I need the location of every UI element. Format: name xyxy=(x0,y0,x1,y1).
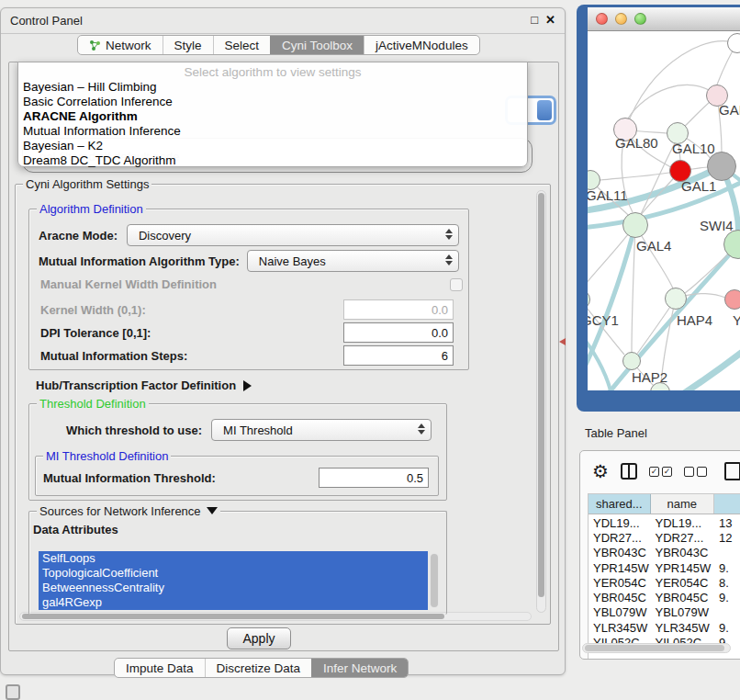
table-row[interactable]: YDR27... YDR27... 12 xyxy=(589,530,740,545)
cyni-algorithm-settings-group: Cyni Algorithm Settings Algorithm Defini… xyxy=(15,184,551,625)
threshold-definition-title: Threshold Definition xyxy=(37,397,149,411)
tab-jactivemnodules[interactable]: jActiveMNodules xyxy=(364,36,479,54)
data-attributes-label: Data Attributes xyxy=(33,523,118,536)
which-threshold-label: Which threshold to use: xyxy=(66,423,202,437)
network-node-label: GAL xyxy=(719,102,740,118)
minimize-traffic-light[interactable] xyxy=(615,13,627,25)
network-node-y[interactable] xyxy=(724,289,740,310)
close-traffic-light[interactable] xyxy=(596,13,608,25)
zoom-traffic-light[interactable] xyxy=(634,13,646,25)
algorithm-definition-group: Algorithm Definition Aracne Mode: Discov… xyxy=(28,209,469,370)
dropdown-item[interactable]: Dream8 DC_TDC Algorithm xyxy=(18,153,527,168)
gear-icon[interactable]: ⚙ xyxy=(592,462,609,480)
dropdown-placeholder: Select algorithm to view settings xyxy=(18,62,527,80)
network-window-titlebar[interactable] xyxy=(588,7,740,31)
tab-select[interactable]: Select xyxy=(213,36,271,54)
kernel-width-label: Kernel Width (0,1): xyxy=(40,303,146,317)
manual-kernel-checkbox[interactable] xyxy=(450,278,463,291)
table-row[interactable]: YDL19... YDL19... 13 xyxy=(589,515,740,530)
tab-label: Style xyxy=(174,39,202,52)
kernel-width-field[interactable]: 0.0 xyxy=(343,299,454,320)
combo-stepper-button[interactable] xyxy=(537,100,552,120)
tab-style[interactable]: Style xyxy=(163,36,213,54)
threshold-definition-group: Threshold Definition Which threshold to … xyxy=(28,403,447,501)
tab-impute-data[interactable]: Impute Data xyxy=(115,659,205,677)
mi-steps-label: Mutual Information Steps: xyxy=(40,349,187,363)
attribute-list-item[interactable]: BetweennessCentrality xyxy=(39,581,428,595)
aracne-mode-combobox[interactable]: Discovery xyxy=(127,224,459,246)
dropdown-item[interactable]: Bayesian – Hill Climbing xyxy=(18,80,527,95)
tab-discretize-data[interactable]: Discretize Data xyxy=(205,659,312,677)
tab-label: Infer Network xyxy=(323,661,397,675)
column-header-name[interactable]: name xyxy=(651,494,714,514)
dpi-tolerance-field[interactable]: 0.0 xyxy=(343,322,454,343)
settings-vertical-scrollbar[interactable] xyxy=(536,190,546,613)
table-row[interactable]: YPR145W YPR145W 9. xyxy=(589,560,740,575)
table-row[interactable]: YBR045C YBR045C 9. xyxy=(589,590,740,604)
settings-group-title: Cyni Algorithm Settings xyxy=(23,177,151,191)
tab-label: Cyni Toolbox xyxy=(282,39,353,52)
scrollbar-thumb[interactable] xyxy=(431,554,438,607)
aracne-mode-label: Aracne Mode: xyxy=(39,229,118,243)
control-panel-tab-strip: Network Style Select Cyni Toolbox jActiv… xyxy=(77,35,480,55)
split-columns-icon[interactable] xyxy=(621,463,637,480)
apply-button[interactable]: Apply xyxy=(227,627,291,649)
sources-group-title: Sources for Network Inference xyxy=(37,504,220,518)
table-horizontal-scrollbar[interactable] xyxy=(582,643,731,653)
attribute-list-item[interactable]: TopologicalCoefficient xyxy=(39,566,428,581)
mi-threshold-field[interactable]: 0.5 xyxy=(319,468,429,488)
dropdown-item[interactable]: Bayesian – K2 xyxy=(18,139,527,153)
mi-steps-field[interactable]: 6 xyxy=(343,345,454,366)
network-canvas[interactable]: GALGAL80GAL10GAL1GAL11GAL4SWI4GCY1HAP4YH… xyxy=(588,31,740,390)
network-node[interactable] xyxy=(707,152,736,181)
close-icon[interactable]: ✕ xyxy=(545,13,555,27)
select-all-columns-icon[interactable]: ✓✓ xyxy=(649,467,672,477)
network-tab-icon xyxy=(89,40,101,51)
dropdown-item[interactable]: Mutual Information Inference xyxy=(18,124,527,139)
window-title: Control Panel xyxy=(10,14,83,28)
table-row[interactable]: YLR345W YLR345W 9. xyxy=(589,620,740,635)
table-header-row: shared... name xyxy=(589,494,740,514)
network-node-gal4[interactable] xyxy=(622,212,648,238)
list-scrollbar[interactable] xyxy=(430,553,439,608)
mi-type-value: Naive Bayes xyxy=(259,254,326,268)
column-header-partial[interactable] xyxy=(714,494,740,514)
mi-threshold-label: Mutual Information Threshold: xyxy=(43,471,216,485)
dropdown-item[interactable]: Basic Correlation Inference xyxy=(18,95,527,109)
tab-infer-network[interactable]: Infer Network xyxy=(311,659,408,677)
node-table: shared... name YDL19... YDL19... 13 YDR2… xyxy=(588,493,740,659)
table-body: YDL19... YDL19... 13 YDR27... YDR27... 1… xyxy=(589,515,740,659)
attribute-list-item[interactable]: SelfLoops xyxy=(39,551,428,566)
deselect-all-columns-icon[interactable] xyxy=(684,467,707,477)
tab-label: Select xyxy=(225,39,260,52)
table-row[interactable]: YBR043C YBR043C xyxy=(589,546,740,560)
algorithm-dropdown-popup: Select algorithm to view settings Bayesi… xyxy=(17,62,528,167)
network-node-hap2[interactable] xyxy=(622,352,641,370)
dropdown-item[interactable]: ARACNE Algorithm xyxy=(18,109,527,124)
tab-label: Impute Data xyxy=(126,661,194,675)
tab-network[interactable]: Network xyxy=(78,36,163,54)
hub-definition-label: Hub/Transcription Factor Definition xyxy=(36,378,236,392)
mi-type-combobox[interactable]: Naive Bayes xyxy=(247,250,459,272)
which-threshold-combobox[interactable]: MI Threshold xyxy=(211,419,432,441)
dpi-tolerance-label: DPI Tolerance [0,1]: xyxy=(40,326,151,340)
attribute-list-item[interactable]: gal4RGexp xyxy=(39,595,428,610)
dock-button[interactable] xyxy=(6,684,20,700)
scrollbar-thumb[interactable] xyxy=(585,645,724,651)
network-view-window: GALGAL80GAL10GAL1GAL11GAL4SWI4GCY1HAP4YH… xyxy=(577,5,740,412)
tab-cyni-toolbox[interactable]: Cyni Toolbox xyxy=(270,36,364,54)
new-table-icon[interactable] xyxy=(724,462,740,480)
table-row[interactable]: YBL079W YBL079W xyxy=(589,605,740,620)
table-panel-title: Table Panel xyxy=(585,426,647,440)
expand-arrow-icon[interactable] xyxy=(243,380,252,391)
column-header-shared-name[interactable]: shared... xyxy=(589,494,651,514)
float-window-icon[interactable]: □ xyxy=(531,13,538,27)
network-node-label: GAL10 xyxy=(672,141,715,156)
network-node-hap4[interactable] xyxy=(665,288,687,310)
cyni-toolbox-panel: Inference Algorithm gal-filtered sif def… xyxy=(8,62,559,651)
collapse-arrow-icon[interactable] xyxy=(207,507,218,514)
scrollbar-thumb[interactable] xyxy=(538,193,544,597)
mi-threshold-group: MI Threshold Definition Mutual Informati… xyxy=(35,456,439,496)
mi-type-label: Mutual Information Algorithm Type: xyxy=(39,254,240,268)
table-row[interactable]: YER054C YER054C 8. xyxy=(589,575,740,590)
